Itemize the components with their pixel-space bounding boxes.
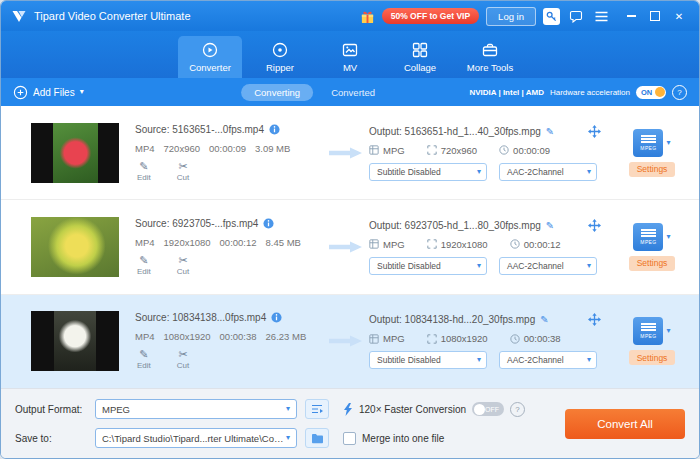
mv-photo-icon [341, 41, 359, 59]
faster-help-icon[interactable]: ? [510, 402, 525, 417]
source-format: MP4 [135, 143, 155, 154]
output-column: Output: 6923705-hd_1...80_30fps.mpg ✎ MP… [369, 219, 609, 275]
register-key-icon[interactable] [543, 8, 560, 25]
tab-more-tools[interactable]: More Tools [458, 36, 522, 78]
format-grid-icon [369, 239, 379, 249]
info-icon[interactable] [263, 218, 274, 229]
edit-button[interactable]: ✎ Edit [137, 349, 151, 370]
tab-collage[interactable]: Collage [388, 36, 452, 78]
save-to-dropdown[interactable]: C:\Tipard Studio\Tipard...rter Ultimate\… [95, 428, 297, 448]
output-format-dropdown[interactable]: MPEG ▾ [95, 399, 297, 419]
output-duration-chip[interactable]: 00:00:38 [510, 333, 561, 344]
file-row[interactable]: Source: 6923705-...fps.mp4 MP4 1920x1080… [1, 200, 699, 294]
feedback-chat-icon[interactable] [567, 7, 585, 25]
maximize-button[interactable] [645, 6, 665, 26]
output-profile-button[interactable]: MPEG ▾ [633, 223, 670, 251]
audio-track-dropdown[interactable]: AAC-2Channel ▾ [499, 351, 597, 369]
info-icon[interactable] [269, 124, 280, 135]
gift-icon[interactable] [360, 9, 375, 24]
hw-help-icon[interactable]: ? [672, 85, 687, 100]
move-handle-icon[interactable] [588, 313, 601, 326]
audio-track-dropdown[interactable]: AAC-2Channel ▾ [499, 163, 597, 181]
source-column: Source: 5163651-...0fps.mp4 MP4 720x960 … [135, 124, 323, 182]
subtitle-dropdown[interactable]: Subtitle Disabled ▾ [369, 351, 487, 369]
login-button[interactable]: Log in [486, 7, 536, 26]
file-row[interactable]: Source: 10834138...0fps.mp4 MP4 1080x192… [1, 295, 699, 388]
info-icon[interactable] [271, 312, 282, 323]
app-logo-icon [11, 8, 27, 24]
output-duration-chip[interactable]: 00:00:09 [499, 145, 550, 156]
merge-checkbox[interactable] [343, 432, 356, 445]
vip-promo-badge[interactable]: 50% OFF to Get VIP [382, 8, 479, 24]
edit-button[interactable]: ✎ Edit [137, 161, 151, 182]
source-meta: MP4 720x960 00:00:09 3.09 MB [135, 143, 323, 154]
file-row[interactable]: Source: 5163651-...0fps.mp4 MP4 720x960 … [1, 106, 699, 200]
cut-scissors-icon: ✂ [178, 349, 187, 360]
audio-track-dropdown[interactable]: AAC-2Channel ▾ [499, 257, 597, 275]
convert-all-button[interactable]: Convert All [565, 409, 685, 439]
converted-tab[interactable]: Converted [331, 87, 375, 98]
resolution-expand-icon [427, 145, 437, 155]
output-profile-button[interactable]: MPEG ▾ [633, 129, 670, 157]
video-thumbnail[interactable] [31, 311, 119, 371]
tab-converter[interactable]: Converter [178, 36, 242, 78]
output-duration-chip[interactable]: 00:00:12 [510, 239, 561, 250]
video-thumbnail[interactable] [31, 217, 119, 277]
converting-tab[interactable]: Converting [241, 84, 313, 101]
tab-mv[interactable]: MV [318, 36, 382, 78]
edit-pencil-icon: ✎ [139, 349, 148, 360]
hardware-acceleration-toggle[interactable]: ON [636, 86, 666, 99]
edit-button[interactable]: ✎ Edit [137, 255, 151, 276]
move-handle-icon[interactable] [588, 219, 601, 232]
settings-button[interactable]: Settings [629, 162, 675, 177]
menu-hamburger-icon[interactable] [592, 7, 610, 25]
faster-conversion-toggle[interactable]: OFF [472, 402, 504, 416]
settings-button[interactable]: Settings [629, 256, 675, 271]
subtitle-dropdown[interactable]: Subtitle Disabled ▾ [369, 257, 487, 275]
source-duration: 00:00:09 [209, 143, 246, 154]
converter-icon [201, 41, 219, 59]
output-column: Output: 5163651-hd_1...40_30fps.mpg ✎ MP… [369, 125, 609, 181]
move-handle-icon[interactable] [588, 125, 601, 138]
cut-button[interactable]: ✂ Cut [177, 349, 189, 370]
clock-icon [510, 334, 520, 344]
video-thumbnail[interactable] [31, 123, 119, 183]
output-format-label: Output Format: [15, 404, 87, 415]
folder-icon [311, 433, 324, 444]
cut-button[interactable]: ✂ Cut [177, 255, 189, 276]
close-button[interactable]: ✕ [669, 6, 689, 26]
subtitle-dropdown[interactable]: Subtitle Disabled ▾ [369, 163, 487, 181]
rename-pencil-icon[interactable]: ✎ [540, 314, 548, 325]
collage-grid-icon [411, 41, 429, 59]
tab-ripper[interactable]: Ripper [248, 36, 312, 78]
source-format: MP4 [135, 331, 155, 342]
source-resolution: 720x960 [164, 143, 200, 154]
source-meta: MP4 1080x1920 00:00:38 26.23 MB [135, 331, 323, 342]
thumbnail-image [53, 123, 98, 183]
source-resolution: 1920x1080 [164, 237, 211, 248]
add-files-button[interactable]: Add Files ▾ [13, 85, 84, 100]
profile-format-icon: MPEG [633, 317, 663, 345]
hw-brands: NVIDIA | Intel | AMD [469, 88, 544, 97]
profile-queue-button[interactable] [305, 399, 329, 419]
profile-dropdown-icon: ▾ [666, 139, 670, 147]
open-folder-button[interactable] [305, 428, 329, 448]
lightning-icon [343, 403, 353, 416]
cut-button[interactable]: ✂ Cut [177, 161, 189, 182]
rename-pencil-icon[interactable]: ✎ [546, 126, 554, 137]
sub-toolbar: Add Files ▾ Converting Converted NVIDIA … [1, 78, 699, 106]
output-resolution-chip[interactable]: 1920x1080 [427, 239, 488, 250]
rename-pencil-icon[interactable]: ✎ [546, 220, 554, 231]
settings-button[interactable]: Settings [629, 350, 675, 365]
profile-column: MPEG ▾ Settings [613, 223, 691, 271]
minimize-button[interactable] [621, 6, 641, 26]
footer-bar: Output Format: MPEG ▾ 120× Faster Conver… [1, 388, 699, 458]
output-resolution-chip[interactable]: 720x960 [427, 145, 477, 156]
chevron-down-icon: ▾ [587, 356, 591, 364]
output-resolution-chip[interactable]: 1080x1920 [427, 333, 488, 344]
add-files-dropdown-icon[interactable]: ▾ [80, 88, 84, 96]
output-profile-button[interactable]: MPEG ▾ [633, 317, 670, 345]
resolution-expand-icon [427, 334, 437, 344]
merge-checkbox-group[interactable]: Merge into one file [343, 432, 444, 445]
faster-conversion-group: 120× Faster Conversion OFF ? [343, 402, 525, 417]
